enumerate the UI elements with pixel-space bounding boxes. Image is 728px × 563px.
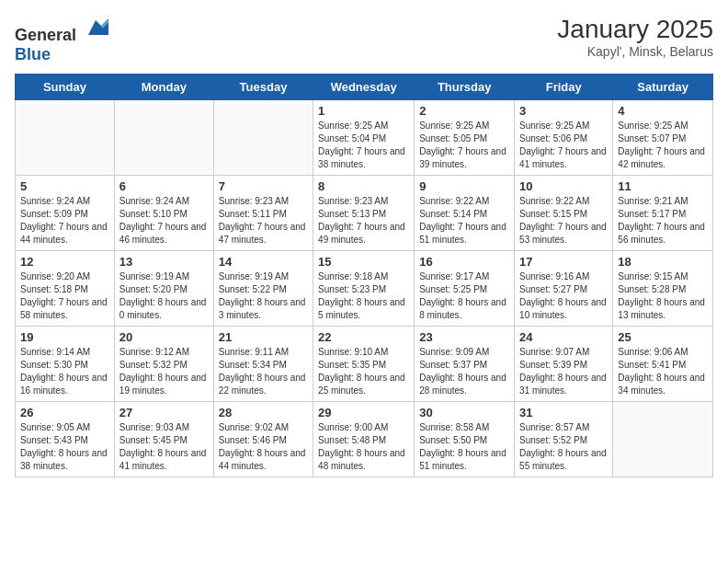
day-info: Sunrise: 9:16 AMSunset: 5:27 PMDaylight:… — [519, 270, 608, 322]
day-number: 25 — [618, 330, 708, 344]
calendar-cell: 7 Sunrise: 9:23 AMSunset: 5:11 PMDayligh… — [213, 176, 313, 251]
day-number: 30 — [419, 406, 509, 419]
day-number: 12 — [20, 255, 109, 269]
calendar-cell: 15 Sunrise: 9:18 AMSunset: 5:23 PMDaylig… — [313, 251, 415, 327]
calendar-cell: 22 Sunrise: 9:10 AMSunset: 5:35 PMDaylig… — [313, 327, 415, 402]
calendar-cell: 18 Sunrise: 9:15 AMSunset: 5:28 PMDaylig… — [613, 251, 713, 327]
calendar-cell: 26 Sunrise: 9:05 AMSunset: 5:43 PMDaylig… — [16, 402, 115, 477]
calendar-week-row: 19 Sunrise: 9:14 AMSunset: 5:30 PMDaylig… — [16, 327, 713, 402]
day-number: 8 — [318, 179, 409, 193]
day-number: 2 — [419, 104, 509, 118]
calendar-cell: 8 Sunrise: 9:23 AMSunset: 5:13 PMDayligh… — [313, 176, 415, 251]
day-number: 17 — [519, 255, 608, 269]
day-number: 4 — [618, 104, 708, 118]
day-number: 13 — [119, 255, 209, 269]
day-info: Sunrise: 8:58 AMSunset: 5:50 PMDaylight:… — [419, 421, 509, 473]
day-info: Sunrise: 9:10 AMSunset: 5:35 PMDaylight:… — [318, 346, 409, 397]
day-info: Sunrise: 9:23 AMSunset: 5:11 PMDaylight:… — [219, 195, 308, 247]
calendar-cell: 2 Sunrise: 9:25 AMSunset: 5:05 PMDayligh… — [415, 100, 515, 176]
calendar-cell: 31 Sunrise: 8:57 AMSunset: 5:52 PMDaylig… — [515, 402, 613, 477]
calendar-cell: 27 Sunrise: 9:03 AMSunset: 5:45 PMDaylig… — [114, 402, 213, 477]
weekday-header: Friday — [515, 75, 613, 100]
logo: General Blue — [15, 15, 108, 64]
calendar-cell: 4 Sunrise: 9:25 AMSunset: 5:07 PMDayligh… — [613, 100, 713, 176]
day-number: 3 — [519, 104, 608, 118]
calendar-cell — [114, 100, 213, 176]
weekday-header: Tuesday — [213, 75, 313, 100]
day-number: 5 — [20, 179, 109, 193]
calendar-cell: 17 Sunrise: 9:16 AMSunset: 5:27 PMDaylig… — [515, 251, 613, 327]
day-info: Sunrise: 9:18 AMSunset: 5:23 PMDaylight:… — [318, 270, 409, 322]
day-number: 29 — [318, 406, 409, 419]
day-info: Sunrise: 9:25 AMSunset: 5:06 PMDaylight:… — [519, 120, 608, 171]
weekday-header: Monday — [114, 75, 213, 100]
day-number: 22 — [318, 330, 409, 344]
day-number: 11 — [618, 179, 708, 193]
day-info: Sunrise: 9:17 AMSunset: 5:25 PMDaylight:… — [419, 270, 509, 322]
day-info: Sunrise: 9:03 AMSunset: 5:45 PMDaylight:… — [119, 421, 209, 473]
calendar-cell: 16 Sunrise: 9:17 AMSunset: 5:25 PMDaylig… — [415, 251, 515, 327]
day-info: Sunrise: 9:19 AMSunset: 5:20 PMDaylight:… — [119, 270, 209, 322]
calendar-cell: 20 Sunrise: 9:12 AMSunset: 5:32 PMDaylig… — [114, 327, 213, 402]
calendar-cell: 24 Sunrise: 9:07 AMSunset: 5:39 PMDaylig… — [515, 327, 613, 402]
location: Kapyl', Minsk, Belarus — [557, 44, 713, 59]
day-number: 14 — [219, 255, 308, 269]
calendar-cell: 12 Sunrise: 9:20 AMSunset: 5:18 PMDaylig… — [16, 251, 115, 327]
logo-icon — [83, 15, 108, 40]
day-number: 18 — [618, 255, 708, 269]
day-info: Sunrise: 9:21 AMSunset: 5:17 PMDaylight:… — [618, 195, 708, 247]
calendar-cell — [613, 402, 713, 477]
calendar-week-row: 26 Sunrise: 9:05 AMSunset: 5:43 PMDaylig… — [16, 402, 713, 477]
calendar-cell — [213, 100, 313, 176]
calendar-cell: 5 Sunrise: 9:24 AMSunset: 5:09 PMDayligh… — [16, 176, 115, 251]
calendar-cell: 28 Sunrise: 9:02 AMSunset: 5:46 PMDaylig… — [213, 402, 313, 477]
day-number: 24 — [519, 330, 608, 344]
day-info: Sunrise: 9:15 AMSunset: 5:28 PMDaylight:… — [618, 270, 708, 322]
day-info: Sunrise: 9:25 AMSunset: 5:07 PMDaylight:… — [618, 120, 708, 171]
day-number: 10 — [519, 179, 608, 193]
calendar-week-row: 1 Sunrise: 9:25 AMSunset: 5:04 PMDayligh… — [16, 100, 713, 176]
day-info: Sunrise: 9:09 AMSunset: 5:37 PMDaylight:… — [419, 346, 509, 397]
logo-general: General — [15, 26, 76, 44]
calendar-cell: 14 Sunrise: 9:19 AMSunset: 5:22 PMDaylig… — [213, 251, 313, 327]
calendar-cell: 9 Sunrise: 9:22 AMSunset: 5:14 PMDayligh… — [415, 176, 515, 251]
calendar-cell: 25 Sunrise: 9:06 AMSunset: 5:41 PMDaylig… — [613, 327, 713, 402]
day-info: Sunrise: 9:05 AMSunset: 5:43 PMDaylight:… — [20, 421, 109, 473]
day-info: Sunrise: 9:12 AMSunset: 5:32 PMDaylight:… — [119, 346, 209, 397]
weekday-header: Saturday — [613, 75, 713, 100]
day-info: Sunrise: 9:20 AMSunset: 5:18 PMDaylight:… — [20, 270, 109, 322]
calendar-cell: 21 Sunrise: 9:11 AMSunset: 5:34 PMDaylig… — [213, 327, 313, 402]
calendar-cell: 3 Sunrise: 9:25 AMSunset: 5:06 PMDayligh… — [515, 100, 613, 176]
day-number: 7 — [219, 179, 308, 193]
day-info: Sunrise: 9:24 AMSunset: 5:09 PMDaylight:… — [20, 195, 109, 247]
calendar-cell: 13 Sunrise: 9:19 AMSunset: 5:20 PMDaylig… — [114, 251, 213, 327]
calendar-cell: 23 Sunrise: 9:09 AMSunset: 5:37 PMDaylig… — [415, 327, 515, 402]
day-number: 28 — [219, 406, 308, 419]
day-number: 15 — [318, 255, 409, 269]
day-info: Sunrise: 9:25 AMSunset: 5:05 PMDaylight:… — [419, 120, 509, 171]
day-info: Sunrise: 9:02 AMSunset: 5:46 PMDaylight:… — [219, 421, 308, 473]
day-number: 20 — [119, 330, 209, 344]
day-info: Sunrise: 9:24 AMSunset: 5:10 PMDaylight:… — [119, 195, 209, 247]
calendar-cell: 1 Sunrise: 9:25 AMSunset: 5:04 PMDayligh… — [313, 100, 415, 176]
day-number: 6 — [119, 179, 209, 193]
day-info: Sunrise: 9:00 AMSunset: 5:48 PMDaylight:… — [318, 421, 409, 473]
calendar-cell: 30 Sunrise: 8:58 AMSunset: 5:50 PMDaylig… — [415, 402, 515, 477]
day-number: 21 — [219, 330, 308, 344]
day-info: Sunrise: 9:14 AMSunset: 5:30 PMDaylight:… — [20, 346, 109, 397]
calendar-cell: 11 Sunrise: 9:21 AMSunset: 5:17 PMDaylig… — [613, 176, 713, 251]
day-number: 1 — [318, 104, 409, 118]
day-info: Sunrise: 8:57 AMSunset: 5:52 PMDaylight:… — [519, 421, 608, 473]
title-area: January 2025 Kapyl', Minsk, Belarus — [557, 15, 713, 59]
calendar-week-row: 5 Sunrise: 9:24 AMSunset: 5:09 PMDayligh… — [16, 176, 713, 251]
calendar-week-row: 12 Sunrise: 9:20 AMSunset: 5:18 PMDaylig… — [16, 251, 713, 327]
day-info: Sunrise: 9:22 AMSunset: 5:15 PMDaylight:… — [519, 195, 608, 247]
day-number: 31 — [519, 406, 608, 419]
calendar-cell — [16, 100, 115, 176]
day-info: Sunrise: 9:11 AMSunset: 5:34 PMDaylight:… — [219, 346, 308, 397]
calendar-cell: 19 Sunrise: 9:14 AMSunset: 5:30 PMDaylig… — [16, 327, 115, 402]
day-number: 27 — [119, 406, 209, 419]
logo-blue: Blue — [15, 45, 51, 63]
day-number: 9 — [419, 179, 509, 193]
month-year: January 2025 — [557, 15, 713, 44]
